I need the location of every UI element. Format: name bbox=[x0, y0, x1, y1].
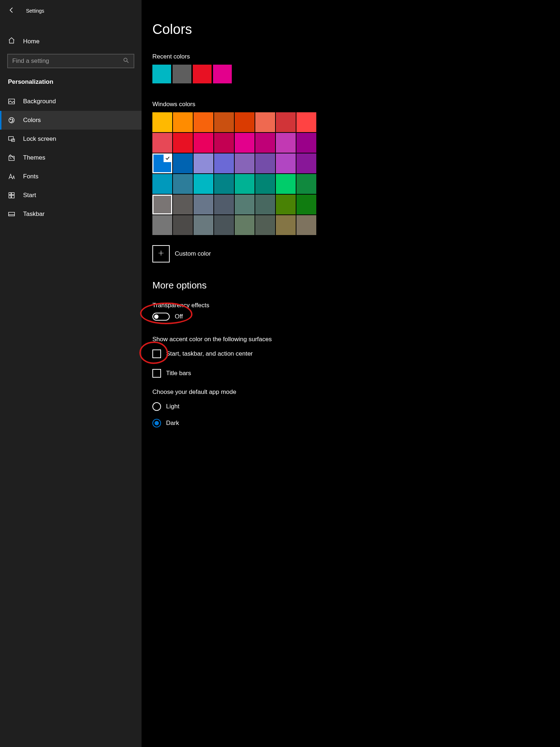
color-swatch[interactable] bbox=[173, 195, 193, 214]
radio-row-light: Light bbox=[152, 402, 549, 411]
checkbox-titlebars[interactable] bbox=[152, 369, 161, 378]
color-swatch[interactable] bbox=[255, 215, 275, 235]
color-swatch[interactable] bbox=[276, 112, 296, 132]
color-swatch[interactable] bbox=[152, 195, 172, 214]
color-swatch[interactable] bbox=[235, 195, 255, 214]
sidebar-item-label: Colors bbox=[23, 117, 41, 124]
custom-color-button[interactable] bbox=[152, 245, 170, 262]
svg-rect-9 bbox=[9, 193, 11, 195]
color-swatch[interactable] bbox=[235, 215, 255, 235]
checkbox-label: Title bars bbox=[166, 370, 191, 377]
color-swatch[interactable] bbox=[173, 174, 193, 194]
color-swatch[interactable] bbox=[152, 153, 172, 173]
color-swatch[interactable] bbox=[194, 195, 213, 214]
color-swatch[interactable] bbox=[173, 112, 193, 132]
sidebar-item-taskbar[interactable]: Taskbar bbox=[0, 205, 142, 223]
color-swatch[interactable] bbox=[152, 133, 172, 153]
color-swatch[interactable] bbox=[255, 133, 275, 153]
sidebar-item-start[interactable]: Start bbox=[0, 186, 142, 205]
sidebar-item-lockscreen[interactable]: Lock screen bbox=[0, 130, 142, 148]
color-swatch[interactable] bbox=[214, 112, 234, 132]
home-label: Home bbox=[23, 38, 39, 45]
transparency-state: Off bbox=[175, 313, 183, 320]
search-icon bbox=[123, 57, 129, 65]
category-title: Personalization bbox=[0, 68, 142, 92]
check-icon bbox=[164, 154, 172, 162]
back-icon[interactable] bbox=[8, 6, 15, 15]
picture-icon bbox=[8, 98, 15, 105]
color-swatch[interactable] bbox=[173, 153, 193, 173]
svg-point-2 bbox=[9, 118, 14, 123]
sidebar-item-label: Start bbox=[23, 192, 36, 199]
sidebar-item-themes[interactable]: Themes bbox=[0, 148, 142, 167]
sidebar-item-colors[interactable]: Colors bbox=[0, 111, 142, 130]
color-swatch[interactable] bbox=[194, 215, 213, 235]
accent-surfaces-label: Show accent color on the following surfa… bbox=[152, 336, 549, 343]
checkbox-label: Start, taskbar, and action center bbox=[166, 350, 253, 357]
app-title: Settings bbox=[26, 8, 44, 14]
color-swatch[interactable] bbox=[296, 174, 316, 194]
radio-label: Dark bbox=[166, 420, 179, 427]
color-swatch[interactable] bbox=[214, 133, 234, 153]
color-swatch[interactable] bbox=[255, 112, 275, 132]
color-swatch[interactable] bbox=[255, 174, 275, 194]
color-swatch[interactable] bbox=[152, 112, 172, 132]
themes-icon bbox=[8, 154, 15, 161]
color-swatch[interactable] bbox=[276, 195, 296, 214]
svg-rect-6 bbox=[9, 136, 13, 140]
color-swatch[interactable] bbox=[255, 153, 275, 173]
recent-color-swatch[interactable] bbox=[173, 65, 191, 83]
recent-colors-label: Recent colors bbox=[152, 53, 549, 60]
color-swatch[interactable] bbox=[194, 174, 213, 194]
color-swatch[interactable] bbox=[194, 133, 213, 153]
sidebar-item-label: Fonts bbox=[23, 173, 39, 180]
fonts-icon bbox=[8, 173, 15, 180]
radio-dark[interactable] bbox=[152, 419, 161, 427]
color-swatch[interactable] bbox=[276, 215, 296, 235]
svg-point-3 bbox=[10, 119, 11, 120]
sidebar-item-fonts[interactable]: Fonts bbox=[0, 167, 142, 186]
color-swatch[interactable] bbox=[296, 215, 316, 235]
main-content: Colors Recent colors Windows colors Cust… bbox=[142, 0, 560, 747]
color-swatch[interactable] bbox=[194, 153, 213, 173]
color-swatch[interactable] bbox=[276, 133, 296, 153]
color-swatch[interactable] bbox=[235, 174, 255, 194]
color-swatch[interactable] bbox=[173, 215, 193, 235]
color-swatch[interactable] bbox=[296, 112, 316, 132]
recent-color-swatch[interactable] bbox=[193, 65, 212, 83]
recent-color-swatch[interactable] bbox=[152, 65, 171, 83]
color-swatch[interactable] bbox=[235, 153, 255, 173]
search-input[interactable] bbox=[12, 57, 123, 65]
color-swatch[interactable] bbox=[255, 195, 275, 214]
sidebar-item-home[interactable]: Home bbox=[0, 32, 142, 50]
color-swatch[interactable] bbox=[276, 153, 296, 173]
svg-rect-13 bbox=[9, 212, 15, 216]
color-swatch[interactable] bbox=[296, 195, 316, 214]
color-swatch[interactable] bbox=[173, 133, 193, 153]
search-box[interactable] bbox=[7, 54, 134, 68]
color-swatch[interactable] bbox=[214, 153, 234, 173]
color-swatch[interactable] bbox=[214, 195, 234, 214]
color-swatch[interactable] bbox=[214, 215, 234, 235]
checkbox-start-taskbar[interactable] bbox=[152, 349, 161, 358]
color-swatch[interactable] bbox=[152, 174, 172, 194]
color-swatch[interactable] bbox=[214, 174, 234, 194]
checkbox-row-titlebars: Title bars bbox=[152, 369, 549, 378]
color-swatch[interactable] bbox=[296, 153, 316, 173]
color-swatch[interactable] bbox=[235, 112, 255, 132]
sidebar-item-label: Taskbar bbox=[23, 210, 45, 218]
checkbox-row-start-taskbar: Start, taskbar, and action center bbox=[152, 349, 549, 358]
radio-light[interactable] bbox=[152, 402, 161, 411]
sidebar-item-background[interactable]: Background bbox=[0, 92, 142, 111]
color-swatch[interactable] bbox=[235, 133, 255, 153]
custom-color-label: Custom color bbox=[175, 250, 211, 257]
recent-color-swatch[interactable] bbox=[213, 65, 232, 83]
transparency-label: Transparency effects bbox=[152, 302, 549, 309]
transparency-toggle[interactable] bbox=[152, 313, 170, 321]
color-swatch[interactable] bbox=[194, 112, 213, 132]
color-swatch[interactable] bbox=[276, 174, 296, 194]
lockscreen-icon bbox=[8, 135, 15, 143]
color-swatch[interactable] bbox=[296, 133, 316, 153]
color-swatch[interactable] bbox=[152, 215, 172, 235]
svg-rect-8 bbox=[9, 156, 14, 161]
